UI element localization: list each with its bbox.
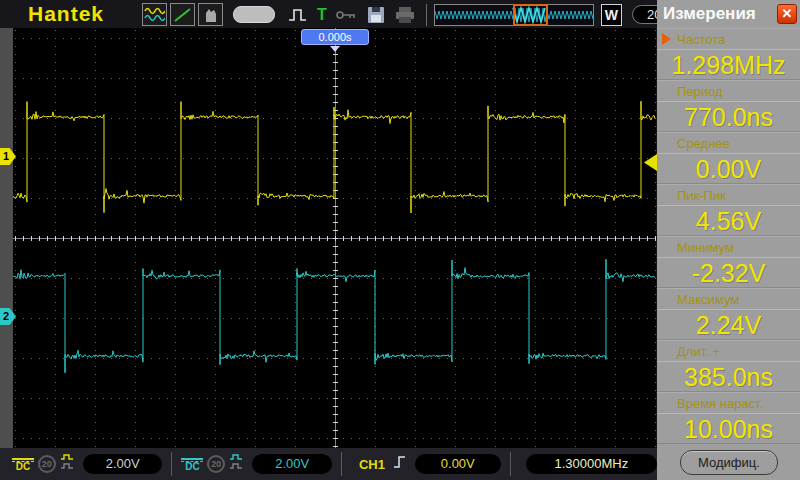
trigger-frequency-readout: 1.30000MHz — [526, 454, 657, 474]
trigger-t-icon[interactable]: T — [314, 6, 330, 24]
measure-value: 385.0ns — [657, 361, 800, 392]
blank-indicator — [233, 6, 275, 23]
ch2-bandwidth-icon[interactable]: 20 — [207, 455, 225, 473]
status-bar: DC 20 2.00V DC 20 2.00V CH1 — [0, 448, 657, 480]
measure-label: Частота — [677, 32, 725, 47]
close-icon[interactable]: ✕ — [777, 4, 797, 24]
measure-label: Максимум — [677, 292, 739, 307]
trigger-time-cursor-arrow — [330, 46, 340, 52]
measure-label: Длит. + — [677, 344, 720, 359]
save-icon[interactable] — [364, 5, 388, 24]
separator — [510, 452, 511, 476]
ch1-bandwidth-icon[interactable]: 20 — [38, 455, 56, 473]
measure-value: 4.56V — [657, 205, 800, 236]
left-gutter — [0, 28, 13, 448]
measure-value: 0.00V — [657, 153, 800, 184]
measure-item-pkpk: Пик-Пик 4.56V — [657, 184, 800, 236]
ch1-scale-readout[interactable]: 2.00V — [83, 454, 163, 474]
separator — [341, 452, 342, 476]
measure-value: -2.32V — [657, 257, 800, 288]
ch1-probe-icon[interactable] — [60, 453, 76, 475]
measure-item-rise-time: Время нараст. 10.00ns — [657, 392, 800, 444]
key-icon — [333, 6, 361, 24]
pulse-icon[interactable] — [285, 6, 311, 24]
measurements-title: Измерения — [663, 4, 756, 24]
selected-arrow-icon — [662, 33, 671, 45]
window-zoom-icon[interactable]: W — [601, 4, 622, 26]
ch2-coupling-icon[interactable]: DC — [181, 458, 203, 471]
measure-label: Среднее — [677, 136, 730, 151]
ch2-scale-readout[interactable]: 2.00V — [252, 454, 332, 474]
trigger-time-cursor[interactable]: 0.000s — [301, 29, 369, 45]
trigger-source-label[interactable]: CH1 — [359, 457, 385, 472]
hantek-logo: Hantek — [28, 2, 104, 26]
measure-item-max: Максимум 2.24V — [657, 288, 800, 340]
print-icon — [391, 5, 419, 25]
oscilloscope-screen: Hantek — [0, 0, 800, 480]
scope-canvas — [13, 28, 656, 448]
ch1-coupling-icon[interactable]: DC — [12, 458, 34, 471]
waveform-display — [13, 28, 656, 448]
ramp-icon[interactable] — [170, 3, 195, 26]
top-toolbar: Hantek — [0, 0, 657, 28]
trigger-level-readout[interactable]: 0.00V — [415, 454, 501, 474]
trigger-edge-icon[interactable] — [392, 453, 408, 475]
measurements-panel: Измерения ✕ Частота 1.298MHz Период 770.… — [657, 0, 800, 480]
measure-label: Время нараст. — [677, 396, 763, 411]
measure-item-frequency: Частота 1.298MHz — [657, 28, 800, 80]
measure-item-mean: Среднее 0.00V — [657, 132, 800, 184]
measurements-header: Измерения ✕ — [657, 0, 800, 28]
measure-item-min: Минимум -2.32V — [657, 236, 800, 288]
measure-value: 1.298MHz — [657, 49, 800, 80]
measure-label: Период — [677, 84, 723, 99]
measure-value: 770.0ns — [657, 101, 800, 132]
measure-label: Минимум — [677, 240, 734, 255]
measure-item-pos-width: Длит. + 385.0ns — [657, 340, 800, 392]
hand-icon[interactable] — [198, 3, 223, 26]
separator — [171, 452, 172, 476]
toolbar-separator — [426, 4, 427, 26]
toolbar-icons: T — [142, 2, 698, 27]
channels-icon[interactable] — [142, 3, 167, 26]
waveform-preview[interactable] — [434, 4, 594, 26]
measure-label: Пик-Пик — [677, 188, 726, 203]
modify-button[interactable]: Модифиц. — [680, 450, 778, 475]
ch2-probe-icon[interactable] — [229, 453, 245, 475]
measure-item-period: Период 770.0ns — [657, 80, 800, 132]
measure-value: 10.00ns — [657, 413, 800, 444]
measure-value: 2.24V — [657, 309, 800, 340]
zoom-window-frame[interactable] — [513, 4, 548, 26]
